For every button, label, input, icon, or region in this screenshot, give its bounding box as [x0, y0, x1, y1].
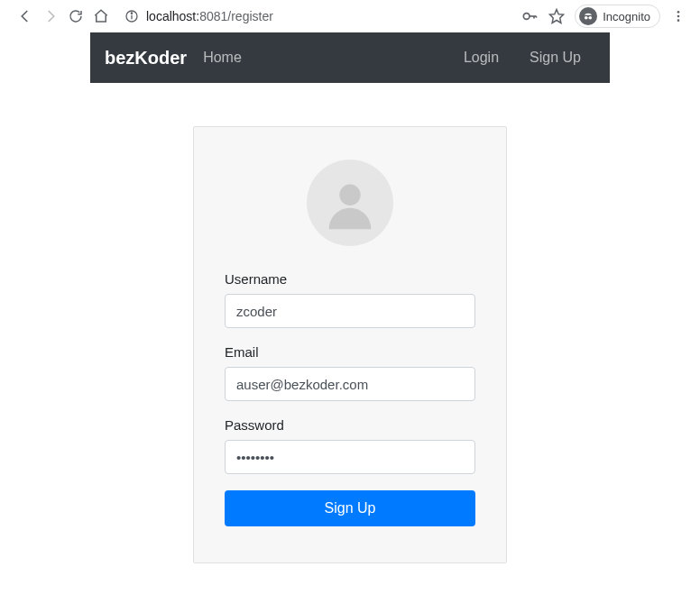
url-text: localhost:8081/register [146, 9, 273, 23]
url-port: 8081 [199, 9, 227, 23]
nav-home[interactable]: Home [203, 50, 242, 66]
svg-point-2 [131, 13, 132, 14]
nav-login[interactable]: Login [464, 50, 499, 66]
email-input[interactable] [225, 367, 475, 401]
info-icon[interactable] [123, 7, 141, 25]
username-input[interactable] [225, 294, 475, 328]
username-label: Username [225, 271, 475, 287]
signup-button[interactable]: Sign Up [225, 490, 475, 526]
nav-signup[interactable]: Sign Up [530, 50, 581, 66]
browser-toolbar: localhost:8081/register Incognito [0, 0, 700, 32]
address-bar[interactable]: localhost:8081/register [123, 7, 273, 25]
star-icon[interactable] [548, 7, 566, 25]
username-group: Username [225, 271, 475, 328]
url-host: localhost: [146, 9, 199, 23]
home-icon[interactable] [92, 7, 110, 25]
nav-controls [7, 7, 110, 25]
url-path: /register [227, 9, 273, 23]
reload-icon[interactable] [67, 7, 85, 25]
app-navbar: bezKoder Home Login Sign Up [90, 32, 610, 83]
nav-right: Login Sign Up [464, 50, 595, 66]
incognito-label: Incognito [603, 10, 650, 23]
svg-point-9 [677, 19, 680, 22]
svg-point-6 [589, 16, 593, 20]
page-content: Username Email Password Sign Up [0, 83, 700, 563]
svg-point-8 [677, 15, 680, 18]
email-label: Email [225, 344, 475, 360]
incognito-badge[interactable]: Incognito [575, 5, 660, 28]
register-card: Username Email Password Sign Up [193, 126, 507, 563]
svg-point-3 [524, 14, 530, 20]
incognito-icon [579, 7, 597, 25]
password-label: Password [225, 417, 475, 433]
avatar-wrap [225, 160, 475, 246]
back-icon[interactable] [16, 7, 34, 25]
chrome-right: Incognito [520, 5, 693, 28]
svg-point-5 [585, 16, 588, 20]
svg-point-10 [339, 185, 360, 206]
key-icon[interactable] [520, 7, 539, 25]
avatar-placeholder-icon [307, 160, 393, 246]
menu-icon[interactable] [669, 7, 687, 25]
svg-point-7 [677, 11, 680, 14]
email-group: Email [225, 344, 475, 401]
forward-icon[interactable] [41, 7, 60, 25]
password-input[interactable] [225, 440, 475, 474]
svg-marker-4 [550, 10, 564, 23]
password-group: Password [225, 417, 475, 474]
brand[interactable]: bezKoder [105, 48, 187, 69]
